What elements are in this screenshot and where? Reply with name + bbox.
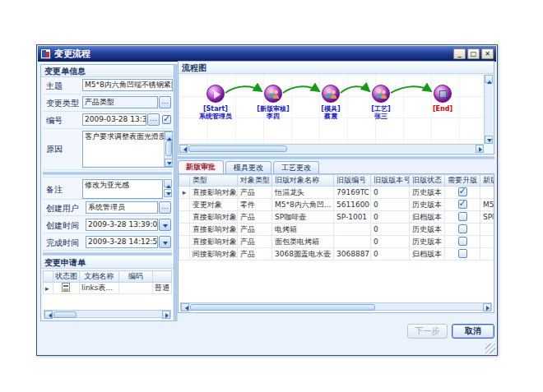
scroll-down-icon[interactable]	[485, 136, 493, 144]
cell-type: 直接影响对象	[190, 187, 238, 199]
upgrade-checkbox[interactable]	[458, 200, 467, 209]
people-icon	[267, 89, 280, 99]
request-col-status[interactable]: 状态图	[53, 271, 79, 283]
number-browse-button[interactable]: …	[147, 113, 160, 126]
request-row[interactable]: ▸ links表... 普通	[44, 283, 172, 294]
change-type-input[interactable]: 产品类型	[82, 96, 158, 108]
reason-label: 原因	[46, 144, 63, 155]
cell-objtype: 产品	[238, 187, 272, 199]
grid-col-oldname[interactable]: 旧版对象名称	[272, 175, 334, 187]
remark-textarea[interactable]: 修改为亚光感	[82, 179, 163, 199]
scroll-up-icon[interactable]	[485, 75, 493, 83]
flow-node-review[interactable]	[264, 85, 282, 103]
grid-row[interactable]: 变更对象 零件 M5*8内六角凹... 5611600 0 历史版本 M5*8	[179, 199, 495, 211]
cell-newver	[480, 187, 495, 199]
scroll-left-icon[interactable]	[179, 145, 188, 153]
reason-scrollbar[interactable]	[164, 131, 172, 167]
scroll-thumb[interactable]	[190, 304, 375, 311]
request-col-docname[interactable]: 文档名称	[79, 271, 118, 283]
minimize-button[interactable]: _	[453, 48, 466, 59]
request-col-extra[interactable]	[153, 271, 172, 283]
window-title: 变更流程	[54, 48, 453, 60]
grid-row[interactable]: 直接影响对象 产品 面包类电烤箱 0 历史版本	[179, 236, 495, 248]
flow-node-mold[interactable]	[322, 85, 340, 103]
create-time-input[interactable]: 2009-3-28 13:39:01	[86, 219, 158, 231]
row-selector-icon: ▸	[45, 284, 49, 293]
grid-row[interactable]: 间接影响对象 产品 3068圆盖电水壶 3068887 0 归档版本	[179, 248, 495, 261]
scroll-right-icon[interactable]	[476, 145, 484, 153]
close-button[interactable]: ✕	[481, 48, 494, 59]
upgrade-checkbox[interactable]	[458, 249, 467, 258]
grid-row[interactable]: 直接影响对象 产品 电烤箱 0 历史版本	[179, 224, 495, 236]
remark-scroll-up-icon[interactable]	[164, 179, 172, 187]
cell-oldver: 0	[371, 199, 410, 211]
grid-row[interactable]: 直接影响对象 产品 SP咖啡壶 SP-1001 0 归档版本 SP咖	[179, 211, 495, 224]
cell-newver	[480, 236, 495, 248]
change-info-panel: 变更单信息 主题 M5*8内六角凹端不锈钢紧固螺钉 变更类型 产品类型 … 编号…	[40, 64, 174, 321]
flow-node-start[interactable]	[207, 85, 225, 103]
cell-type: 变更对象	[190, 199, 238, 211]
grid-col-objtype[interactable]: 对象类型	[238, 175, 272, 187]
grid-col-selector[interactable]	[179, 175, 190, 187]
resize-grip[interactable]	[485, 344, 495, 353]
change-type-browse-button[interactable]: …	[159, 96, 171, 108]
node-label-craft: [工艺]张三	[350, 105, 412, 120]
tab-mold-change[interactable]: 模具更改	[225, 161, 272, 173]
objects-grid-panel: 类型 对象类型 旧版对象名称 旧版编号 旧版版本号 旧版状态 需要升版 新版 ▸…	[178, 173, 494, 313]
maximize-button[interactable]: □	[467, 48, 480, 59]
flow-vscrollbar[interactable]	[484, 75, 493, 144]
flow-node-craft[interactable]	[372, 85, 390, 103]
left-splitter-2[interactable]	[43, 252, 172, 256]
scroll-up-icon[interactable]	[165, 131, 173, 140]
cell-oldstatus: 历史版本	[410, 187, 445, 199]
cell-oldstatus: 归档版本	[410, 211, 445, 224]
upgrade-checkbox[interactable]	[458, 212, 467, 221]
upgrade-checkbox[interactable]	[458, 237, 467, 246]
grid-col-oldcode[interactable]: 旧版编号	[334, 175, 371, 187]
grid-row[interactable]: ▸ 直接影响对象 产品 恒温龙头 79169TC 0 历史版本	[179, 187, 495, 199]
flow-hscrollbar[interactable]	[179, 144, 484, 153]
titlebar[interactable]: 变更流程 _ □ ✕	[38, 46, 496, 62]
grid-col-type[interactable]: 类型	[190, 175, 238, 187]
grid-col-oldver[interactable]: 旧版版本号	[371, 175, 410, 187]
scroll-thumb[interactable]	[165, 141, 172, 156]
remark-scroll-down-icon[interactable]	[164, 189, 172, 197]
finish-time-dropdown[interactable]	[159, 236, 171, 248]
cell-type: 直接影响对象	[190, 236, 238, 248]
grid-col-oldstatus[interactable]: 旧版状态	[410, 175, 445, 187]
scroll-left-icon[interactable]	[181, 303, 189, 311]
subject-input[interactable]: M5*8内六角凹端不锈钢紧固螺钉	[82, 79, 173, 91]
upgrade-checkbox[interactable]	[458, 224, 467, 233]
number-label: 编号	[46, 115, 63, 127]
subject-row: 主题 M5*8内六角凹端不锈钢紧固螺钉	[43, 77, 172, 95]
flow-canvas[interactable]: [Start]系统管理员 [新版审核]李四 [模具]蔡震 [工艺]张三 [End…	[179, 75, 484, 144]
number-input[interactable]: 2009-03-28 13:39:01	[82, 113, 146, 126]
scroll-thumb[interactable]	[188, 145, 287, 152]
scroll-thumb[interactable]	[53, 311, 77, 318]
scroll-down-icon[interactable]	[165, 159, 173, 167]
scroll-right-icon[interactable]	[483, 303, 491, 311]
upgrade-checkbox[interactable]	[458, 187, 467, 196]
creator-browse-button[interactable]: …	[159, 201, 171, 214]
next-button[interactable]: 下一步	[407, 324, 448, 339]
request-col-selector[interactable]	[44, 271, 53, 283]
grid-col-newver[interactable]: 新版	[480, 175, 495, 187]
tab-new-version-approval[interactable]: 新版审批	[178, 160, 224, 173]
grid-hscrollbar[interactable]	[180, 302, 492, 311]
request-col-code[interactable]: 编码	[118, 271, 152, 283]
creator-input[interactable]: 系统管理员	[86, 201, 158, 214]
reason-textarea[interactable]: 客户要求调整表面光滑度	[82, 131, 173, 168]
tab-craft-change[interactable]: 工艺更改	[273, 161, 319, 173]
left-splitter[interactable]	[43, 172, 172, 175]
horizontal-splitter[interactable]	[178, 156, 494, 159]
scroll-right-icon[interactable]	[162, 311, 170, 319]
number-checkbox[interactable]	[162, 115, 171, 124]
flow-node-end[interactable]	[434, 85, 452, 103]
finish-time-input[interactable]: 2009-3-28 14:12:50	[86, 236, 158, 248]
request-hscrollbar[interactable]	[44, 310, 171, 318]
scroll-left-icon[interactable]	[44, 311, 53, 319]
cancel-button[interactable]: 取消	[452, 324, 494, 339]
reason-row: 原因 客户要求调整表面光滑度	[43, 129, 172, 170]
create-time-dropdown[interactable]	[159, 219, 171, 231]
grid-col-upgrade[interactable]: 需要升版	[445, 175, 480, 187]
